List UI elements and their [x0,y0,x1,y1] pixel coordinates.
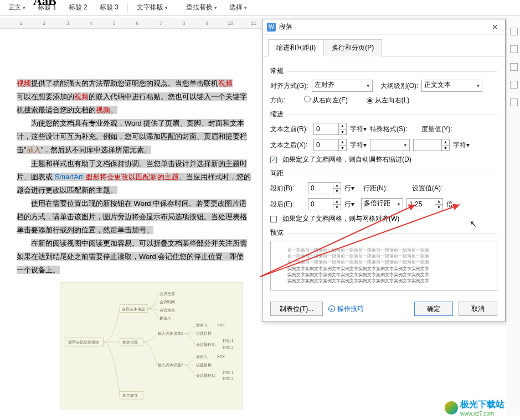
ruler-tick: 6 [133,20,142,26]
svg-text:会议预行动: 会议预行动 [196,343,215,347]
spinner-icon[interactable]: ▲▼ [333,183,341,194]
spinner-icon[interactable]: ▲▼ [338,139,346,151]
section-general: 常规 [270,66,497,76]
sidebar-icon[interactable] [510,81,518,89]
style-h2[interactable]: 标题 2 [63,2,93,13]
cancel-button[interactable]: 取消 [459,302,497,316]
ok-button[interactable]: 确定 [414,302,453,316]
svg-text:相关议题: 相关议题 [122,340,138,345]
toolbar: 正文▾ 标题 1 标题 2 标题 3 文字排版▾ 查找替换▾ 选择▾ [0,0,520,15]
tips-link[interactable]: ▸操作技巧 [328,304,364,314]
svg-text:通用会议纪要模板: 通用会议纪要模板 [68,340,99,345]
sidebar-icon[interactable] [510,63,518,71]
ruler-tick: 2 [40,20,49,26]
dialog-title: 段落 [279,22,490,32]
svg-text:输入具体议题2: 输入具体议题2 [158,363,183,367]
snap-to-grid-checkbox[interactable]: 如果定义了文档网格，则与网格对齐(W) [270,214,497,224]
dialog-titlebar[interactable]: W 段落 ✕ [262,19,505,35]
style-main[interactable]: 正文▾ [3,2,31,13]
space-before-label: 段前(B): [270,184,305,193]
svg-text:XXX: XXX [217,323,225,327]
outline-select[interactable]: 正文文本▼ [421,80,482,92]
indent-before-input[interactable]: 0▲▼ [313,123,347,135]
measure-input[interactable]: ▲▼ [413,139,450,151]
sidebar-icon[interactable] [510,98,518,106]
special-format-select[interactable]: ▼ [370,139,410,151]
svg-text:行动 2: 行动 2 [223,376,234,380]
document-body[interactable]: 视频提供了功能强大的方法帮助您证明您的观点。当您单击联机视频 可以在想要添加的视… [17,77,260,277]
svg-text:参会人: 参会人 [159,316,171,320]
play-icon: ▸ [328,305,335,312]
spinner-icon[interactable]: ▲▼ [441,139,449,151]
cursor-icon: ↖ [470,219,477,229]
indent-after-label: 文本之后(X): [270,141,310,150]
auto-adjust-indent-checkbox[interactable]: ✓如果定义了文档网格，则自动调整右缩进(D) [270,155,497,164]
ruler-tick: 5 [110,20,119,26]
svg-text:议题目标: 议题目标 [196,363,212,367]
spinner-icon[interactable]: ▲▼ [435,199,442,210]
svg-text:XXX: XXX [217,355,225,359]
tabstops-button[interactable]: 制表位(T)... [270,302,323,316]
section-indent: 缩进 [270,110,497,119]
style-h3[interactable]: 标题 3 [94,2,124,13]
section-preview: 预览 [270,228,497,237]
paragraph-dialog: W 段落 ✕ 缩进和间距(I) 换行和分页(P) 常规 对齐方式(G): 左对齐… [262,19,506,322]
svg-text:其它事项: 其它事项 [122,393,138,398]
svg-text:会议主题: 会议主题 [159,292,175,296]
spinner-icon[interactable]: ▲▼ [333,199,341,210]
svg-text:发言人: 发言人 [196,323,208,328]
watermark: 极光下载站 www.xz7.com [445,399,504,417]
style-sample: AaB [33,0,56,8]
svg-text:行动 1: 行动 1 [223,370,234,374]
chevron-down-icon: ▼ [403,143,408,148]
ruler-tick: 3 [63,20,72,26]
separator [127,3,128,13]
svg-text:会议预行动: 会议预行动 [196,374,215,378]
outline-label: 大纲级别(O): [380,81,419,91]
ruler-tick: 9 [203,20,212,26]
alignment-label: 对齐方式(G): [270,81,308,91]
watermark-url: www.xz7.com [460,411,504,417]
direction-rtl-radio[interactable]: 从右向左(F) [304,96,347,105]
line-spacing-label: 行距(N): [363,184,388,193]
ruler-tick: 7 [156,20,165,26]
spinner-icon[interactable]: ▲▼ [338,123,346,134]
space-after-input[interactable]: 0▲▼ [308,198,341,210]
close-icon[interactable]: ✕ [490,23,501,32]
special-format-label: 特殊格式(S): [370,125,407,134]
direction-ltr-radio[interactable]: 从左向右(L) [367,96,410,105]
svg-text:发言人: 发言人 [196,355,208,359]
chevron-down-icon: ▼ [366,84,370,89]
section-spacing: 间距 [270,169,497,178]
direction-label: 方向: [270,96,285,105]
indent-before-label: 文本之前(R): [270,125,310,134]
alignment-select[interactable]: 左对齐▼ [312,80,373,92]
mindmap-image: 通用会议纪要模板 会议基本信息 会议主题 会议时间 会议地点 参会人 相关议题 … [60,282,243,409]
space-before-input[interactable]: 0▲▼ [308,182,341,194]
preview-box: 前一段落前一段落前一段落前一段落前一段落前一段落前一段落前一段落 前一段落前一段… [270,241,497,291]
ruler-tick: 11 [249,20,258,26]
svg-text:输入具体议题1: 输入具体议题1 [158,331,183,336]
ruler-tick: 1 [17,20,25,26]
sidebar-icon[interactable] [510,28,518,35]
tab-indent-spacing[interactable]: 缩进和间距(I) [268,39,324,56]
chevron-down-icon: ▼ [397,202,401,207]
typeset-button[interactable]: 文字排版▾ [131,2,173,13]
tab-line-page-break[interactable]: 换行和分页(P) [323,39,382,56]
measure-label: 度量值(Y): [421,125,452,134]
svg-text:议题目标: 议题目标 [196,331,212,336]
set-value-input[interactable]: 1.25▲▼ [406,198,443,210]
sidebar-icon[interactable] [510,45,518,53]
ruler-tick: 10 [226,20,235,26]
indent-after-input[interactable]: 0▲▼ [313,139,347,151]
set-value-label: 设置值(A): [412,184,442,193]
watermark-logo-icon [445,401,458,414]
svg-text:会议基本信息: 会议基本信息 [122,307,145,312]
chevron-down-icon: ▼ [476,84,480,89]
app-icon: W [267,23,276,32]
select-button[interactable]: 选择▾ [224,2,253,13]
find-replace-button[interactable]: 查找替换▾ [181,2,223,13]
line-spacing-select[interactable]: 多倍行距▼ [361,198,403,210]
svg-text:行动 2: 行动 2 [223,345,234,349]
ruler-tick: 8 [179,20,188,26]
